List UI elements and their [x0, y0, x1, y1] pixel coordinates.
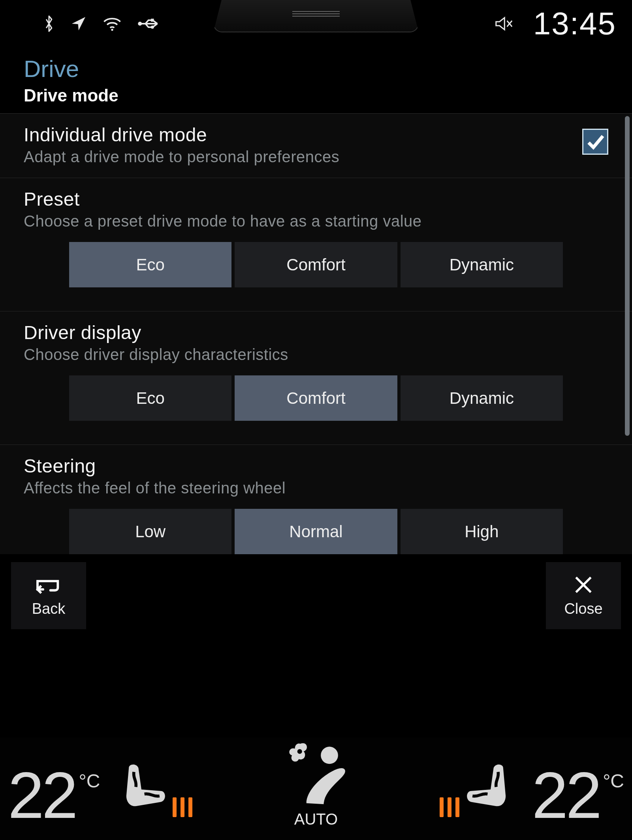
row-desc: Choose driver display characteristics — [24, 346, 608, 364]
row-title: Individual drive mode — [24, 124, 339, 146]
svg-point-5 — [321, 747, 338, 764]
close-icon — [570, 574, 597, 596]
steering-option-high[interactable]: High — [401, 509, 563, 554]
breadcrumb[interactable]: Drive — [24, 55, 608, 82]
display-option-eco[interactable]: Eco — [69, 375, 231, 421]
svg-point-0 — [111, 29, 113, 31]
row-title: Steering — [24, 455, 608, 477]
right-seat-heater[interactable] — [440, 762, 516, 817]
nav-buttons: Back Close — [0, 554, 632, 633]
row-title: Driver display — [24, 322, 608, 343]
svg-rect-2 — [151, 19, 154, 22]
row-individual-drive-mode[interactable]: Individual drive mode Adapt a drive mode… — [0, 114, 632, 178]
right-temp[interactable]: 22 °C — [532, 763, 624, 828]
left-temp[interactable]: 22 °C — [8, 763, 100, 828]
settings-list: Individual drive mode Adapt a drive mode… — [0, 114, 632, 554]
row-desc: Affects the feel of the steering wheel — [24, 479, 608, 497]
scrollbar[interactable] — [625, 116, 630, 436]
bluetooth-icon — [43, 15, 55, 32]
display-segmented: Eco Comfort Dynamic — [69, 375, 563, 421]
row-preset: Preset Choose a preset drive mode to hav… — [0, 178, 632, 311]
steering-segmented: Low Normal High — [69, 509, 563, 554]
heat-level-bars — [440, 797, 459, 817]
heat-level-bars — [173, 797, 192, 817]
climate-mode[interactable]: AUTO — [208, 741, 423, 828]
steering-option-normal[interactable]: Normal — [235, 509, 397, 554]
display-option-comfort[interactable]: Comfort — [235, 375, 397, 421]
preset-segmented: Eco Comfort Dynamic — [69, 242, 563, 287]
pull-down-handle[interactable] — [213, 0, 419, 32]
location-icon — [70, 15, 87, 32]
row-title: Preset — [24, 188, 608, 210]
seat-icon — [465, 762, 516, 817]
usb-icon — [137, 17, 160, 30]
preset-option-dynamic[interactable]: Dynamic — [401, 242, 563, 287]
row-desc: Adapt a drive mode to personal preferenc… — [24, 148, 339, 166]
individual-checkbox[interactable] — [582, 129, 608, 155]
status-bar: 13:45 — [0, 0, 632, 47]
display-option-dynamic[interactable]: Dynamic — [401, 375, 563, 421]
row-desc: Choose a preset drive mode to have as a … — [24, 212, 608, 230]
steering-option-low[interactable]: Low — [69, 509, 231, 554]
row-steering: Steering Affects the feel of the steerin… — [0, 445, 632, 554]
back-button[interactable]: Back — [11, 562, 86, 629]
close-button[interactable]: Close — [546, 562, 621, 629]
svg-point-3 — [151, 26, 154, 29]
left-seat-heater[interactable] — [116, 762, 192, 817]
seat-icon — [116, 762, 167, 817]
climate-bar: 22 °C AUTO — [0, 737, 632, 840]
wifi-icon — [103, 17, 122, 31]
page-header: Drive Drive mode — [0, 47, 632, 114]
page-title: Drive mode — [24, 86, 608, 105]
back-icon — [35, 574, 62, 596]
preset-option-eco[interactable]: Eco — [69, 242, 231, 287]
mute-icon — [495, 16, 514, 32]
row-driver-display: Driver display Choose driver display cha… — [0, 311, 632, 445]
clock: 13:45 — [533, 6, 616, 42]
svg-point-4 — [297, 749, 302, 754]
preset-option-comfort[interactable]: Comfort — [235, 242, 397, 287]
fan-person-icon — [276, 741, 356, 808]
